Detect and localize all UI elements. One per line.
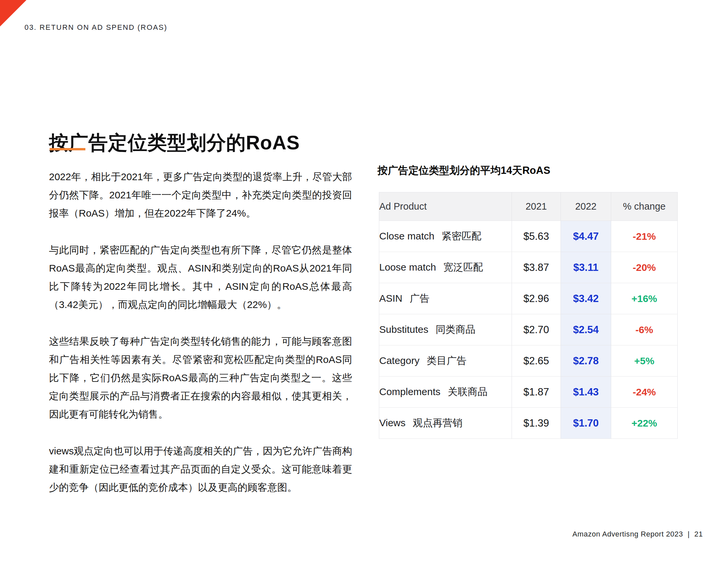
table-row: ASIN广告 $2.96 $3.42 +16%: [379, 283, 678, 314]
cell-2021-value: $2.70: [512, 314, 561, 346]
table-title: 按广告定位类型划分的平均14天RoAS: [378, 164, 550, 177]
cell-2021-value: $1.39: [512, 408, 561, 439]
cell-change-value: -21%: [611, 221, 678, 252]
ad-product-en: Loose match: [379, 261, 436, 272]
ad-product-en: Close match: [379, 230, 434, 241]
paragraph-3: 这些结果反映了每种广告定向类型转化销售的能力，可能与顾客意图和广告相关性等因素有…: [49, 332, 352, 423]
ad-product-zh: 观点再营销: [413, 417, 462, 428]
ad-product-en: Complements: [379, 386, 440, 397]
cell-2021-value: $5.63: [512, 221, 561, 252]
cell-change-value: +22%: [611, 408, 678, 439]
table-row: Close match紧密匹配 $5.63 $4.47 -21%: [379, 221, 678, 252]
cell-2022-value: $1.43: [561, 377, 611, 408]
ad-product-en: ASIN: [379, 293, 402, 304]
cell-ad-product: ASIN广告: [379, 283, 512, 314]
body-text: 2022年，相比于2021年，更多广告定向类型的退货率上升，尽管大部分仍然下降。…: [49, 167, 352, 515]
cell-ad-product: Views观点再营销: [379, 408, 512, 439]
cell-change-value: -6%: [611, 314, 678, 346]
cell-2021-value: $2.65: [512, 346, 561, 377]
footer-divider: |: [688, 530, 690, 538]
ad-product-zh: 同类商品: [435, 324, 475, 335]
column-header-2021: 2021: [512, 192, 561, 221]
paragraph-2: 与此同时，紧密匹配的广告定向类型也有所下降，尽管它仍然是整体RoAS最高的定向类…: [49, 241, 352, 314]
cell-2022-value: $3.42: [561, 283, 611, 314]
ad-product-en: Category: [379, 355, 420, 366]
column-header-2022: 2022: [561, 192, 611, 221]
ad-product-zh: 类目广告: [427, 355, 467, 366]
cell-change-value: -20%: [611, 252, 678, 283]
cell-2022-value: $2.54: [561, 314, 611, 346]
cell-2022-value: $4.47: [561, 221, 611, 252]
paragraph-4: views观点定向也可以用于传递高度相关的广告，因为它允许广告商构建和重新定位已…: [49, 442, 352, 496]
page-footer: Amazon Advertisng Report 2023|21: [572, 530, 703, 539]
ad-product-en: Substitutes: [379, 324, 428, 335]
ad-product-zh: 广告: [410, 293, 430, 304]
paragraph-1: 2022年，相比于2021年，更多广告定向类型的退货率上升，尽管大部分仍然下降。…: [49, 167, 352, 222]
cell-ad-product: Category类目广告: [379, 346, 512, 377]
cell-ad-product: Loose match宽泛匹配: [379, 252, 512, 283]
cell-ad-product: Complements关联商品: [379, 377, 512, 408]
cell-2021-value: $2.96: [512, 283, 561, 314]
cell-change-value: +16%: [611, 283, 678, 314]
cell-2022-value: $2.78: [561, 346, 611, 377]
ad-product-zh: 紧密匹配: [442, 230, 481, 241]
cell-ad-product: Close match紧密匹配: [379, 221, 512, 252]
cell-2021-value: $1.87: [512, 377, 561, 408]
cell-change-value: +5%: [611, 346, 678, 377]
roas-table: Ad Product 2021 2022 % change Close matc…: [379, 192, 678, 439]
section-eyebrow: 03. RETURN ON AD SPEND (ROAS): [24, 23, 167, 32]
cell-2022-value: $1.70: [561, 408, 611, 439]
cell-2022-value: $3.11: [561, 252, 611, 283]
column-header-ad-product: Ad Product: [379, 192, 512, 221]
footer-report-name: Amazon Advertisng Report 2023: [572, 530, 683, 538]
table-row: Substitutes同类商品 $2.70 $2.54 -6%: [379, 314, 678, 346]
column-header-change: % change: [611, 192, 678, 221]
cell-ad-product: Substitutes同类商品: [379, 314, 512, 346]
table-row: Category类目广告 $2.65 $2.78 +5%: [379, 346, 678, 377]
table-row: Loose match宽泛匹配 $3.87 $3.11 -20%: [379, 252, 678, 283]
heading-underline: [50, 148, 85, 150]
cell-2021-value: $3.87: [512, 252, 561, 283]
page-title: 按广告定位类型划分的RoAS: [49, 130, 300, 156]
table-row: Complements关联商品 $1.87 $1.43 -24%: [379, 377, 678, 408]
footer-page-number: 21: [694, 530, 703, 538]
cell-change-value: -24%: [611, 377, 678, 408]
ad-product-zh: 宽泛匹配: [443, 261, 483, 272]
corner-accent-triangle: [0, 0, 26, 26]
table-header-row: Ad Product 2021 2022 % change: [379, 192, 678, 221]
table-row: Views观点再营销 $1.39 $1.70 +22%: [379, 408, 678, 439]
ad-product-en: Views: [379, 417, 405, 428]
ad-product-zh: 关联商品: [448, 386, 487, 397]
